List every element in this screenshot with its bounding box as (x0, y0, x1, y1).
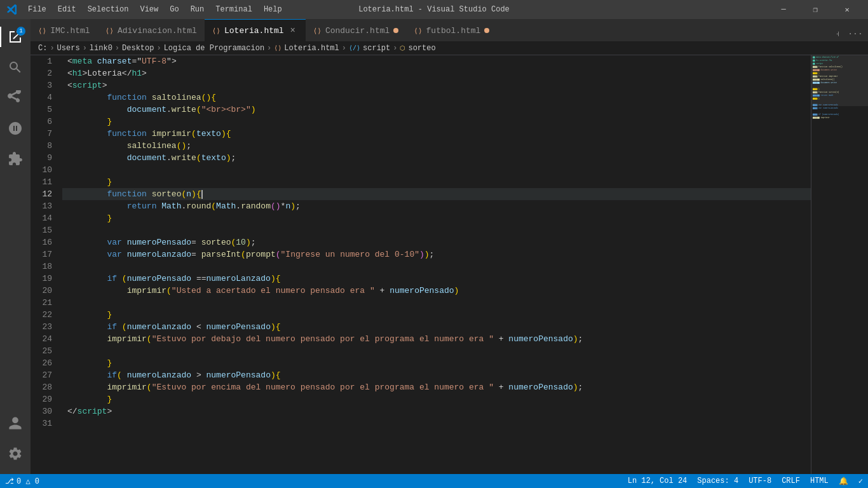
split-editor-button[interactable]: ⫞ (830, 26, 845, 41)
line-num-24: 24 (31, 333, 57, 345)
status-bar: ⎇ 0 △ 0 Ln 12, Col 24 Spaces: 4 UTF-8 CR… (0, 474, 868, 488)
status-language[interactable]: HTML (805, 474, 834, 488)
code-line-17: var numeroLanzado= parseInt(prompt("Ingr… (62, 248, 811, 261)
code-line-29: } (62, 393, 811, 405)
tab-loteria[interactable]: ⟨⟩ Loteria.html × (205, 19, 306, 41)
activity-account[interactable] (0, 408, 31, 438)
git-branch-icon: ⎇ (5, 477, 14, 486)
titlebar-left: File Edit Selection View Go Run Terminal… (6, 4, 287, 15)
line-num-20: 20 (31, 285, 57, 297)
tab-conducir-icon: ⟨⟩ (313, 27, 322, 35)
line-num-13: 13 (31, 200, 57, 212)
breadcrumb-logica[interactable]: Logica de Programacion (164, 44, 264, 53)
menu-edit[interactable]: Edit (53, 4, 81, 15)
status-check[interactable]: ✓ (853, 474, 868, 488)
breadcrumb-file[interactable]: Loteria.html (284, 44, 339, 53)
line-num-28: 28 (31, 381, 57, 393)
status-eol[interactable]: CRLF (776, 474, 805, 488)
window-title: Loteria.html - Visual Studio Code (358, 5, 510, 14)
vscode-logo-icon (6, 4, 18, 15)
line-num-21: 21 (31, 297, 57, 309)
status-eol-text: CRLF (782, 477, 800, 485)
line-num-18: 18 (31, 261, 57, 273)
code-line-18 (62, 261, 811, 273)
status-notifications[interactable]: 🔔 (834, 474, 853, 488)
line-num-17: 17 (31, 248, 57, 261)
line-numbers: 1 2 3 4 5 6 7 8 9 10 11 12 13 14 15 16 1… (31, 55, 62, 474)
code-line-15 (62, 224, 811, 236)
line-num-26: 26 (31, 357, 57, 369)
activity-bar-bottom (0, 408, 31, 474)
line-num-23: 23 (31, 321, 57, 333)
line-num-10: 10 (31, 164, 57, 176)
main-layout: 1 ⟨⟩ IMC.html (0, 19, 868, 474)
activity-extensions[interactable] (0, 144, 31, 174)
breadcrumb-link0[interactable]: link0 (90, 44, 112, 53)
code-line-25 (62, 345, 811, 357)
status-spaces[interactable]: Spaces: 4 (692, 474, 743, 488)
status-position[interactable]: Ln 12, Col 24 (623, 474, 693, 488)
line-num-30: 30 (31, 405, 57, 417)
breadcrumb-desktop[interactable]: Desktop (122, 44, 154, 53)
status-encoding-text: UTF-8 (749, 477, 771, 485)
line-num-25: 25 (31, 345, 57, 357)
menu-terminal[interactable]: Terminal (210, 4, 257, 15)
menu-run[interactable]: Run (186, 4, 210, 15)
menu-file[interactable]: File (23, 4, 51, 15)
more-tabs-button[interactable]: ··· (848, 26, 863, 41)
close-button[interactable]: ✕ (832, 0, 862, 19)
code-line-4: function saltolinea(){ (62, 92, 811, 104)
code-line-24: imprimir("Estuvo por debajo del numero p… (62, 333, 811, 345)
minimap[interactable]: ██ meta charset="UTF-8" ██ h1 Loteria /h… (811, 55, 868, 474)
code-line-23: if (numeroLanzado < numeroPensado){ (62, 321, 811, 333)
code-line-16: var numeroPensado= sorteo(10); (62, 236, 811, 248)
tab-futbol-dot (484, 28, 489, 33)
status-git-text: 0 △ 0 (17, 477, 39, 486)
menu-go[interactable]: Go (165, 4, 184, 15)
line-num-7: 7 (31, 128, 57, 140)
code-line-10 (62, 164, 811, 176)
code-line-3: <script> (62, 79, 811, 92)
tab-adivinacion-icon: ⟨⟩ (105, 27, 114, 35)
code-line-11: } (62, 176, 811, 188)
line-num-29: 29 (31, 393, 57, 405)
status-ln-col: Ln 12, Col 24 (628, 477, 688, 485)
line-num-14: 14 (31, 212, 57, 224)
tab-adivinacion-label: Adivinacion.html (118, 26, 197, 36)
tab-imc[interactable]: ⟨⟩ IMC.html (31, 19, 98, 41)
tab-adivinacion[interactable]: ⟨⟩ Adivinacion.html (98, 19, 205, 41)
breadcrumb-users[interactable]: Users (57, 44, 80, 53)
activity-settings[interactable] (0, 438, 31, 469)
tab-loteria-close[interactable]: × (288, 25, 298, 36)
menu-selection[interactable]: Selection (83, 4, 134, 15)
code-line-20: imprimir("Usted a acertado el numero pen… (62, 285, 811, 297)
line-num-9: 9 (31, 152, 57, 164)
tab-imc-label: IMC.html (50, 26, 90, 36)
tab-conducir-label: Conducir.html (325, 26, 390, 36)
tab-futbol[interactable]: ⟨⟩ futbol.html (406, 19, 497, 41)
tab-imc-icon: ⟨⟩ (38, 27, 46, 35)
breadcrumb-c[interactable]: C: (38, 44, 47, 53)
activity-explorer[interactable]: 1 (0, 22, 31, 52)
code-line-30: </script> (62, 405, 811, 417)
status-encoding[interactable]: UTF-8 (743, 474, 776, 488)
activity-run-debug[interactable] (0, 113, 31, 144)
code-area[interactable]: <meta charset="UTF-8"> <h1>Loteria</h1> … (62, 55, 811, 474)
code-line-12: function sorteo(n){ (62, 188, 811, 200)
tab-conducir[interactable]: ⟨⟩ Conducir.html (306, 19, 407, 41)
status-git[interactable]: ⎇ 0 △ 0 (0, 474, 44, 488)
code-line-2: <h1>Loteria</h1> (62, 67, 811, 79)
line-num-15: 15 (31, 224, 57, 236)
restore-button[interactable]: ❐ (801, 0, 830, 19)
activity-search[interactable] (0, 52, 31, 83)
line-num-8: 8 (31, 140, 57, 152)
breadcrumb-script[interactable]: script (363, 44, 390, 53)
tab-futbol-label: futbol.html (426, 26, 481, 36)
menu-help[interactable]: Help (259, 4, 287, 15)
breadcrumb-sorteo[interactable]: sorteo (408, 44, 435, 53)
menu-view[interactable]: View (135, 4, 163, 15)
line-num-11: 11 (31, 176, 57, 188)
minimize-button[interactable]: ─ (769, 0, 798, 19)
activity-source-control[interactable] (0, 83, 31, 113)
line-num-5: 5 (31, 104, 57, 116)
